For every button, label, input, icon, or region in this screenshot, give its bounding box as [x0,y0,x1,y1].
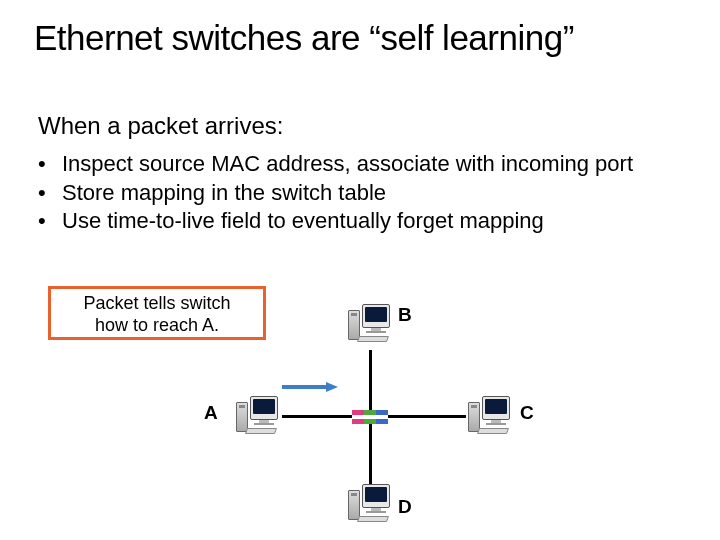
packet-arrow-icon [282,382,340,392]
node-label-a: A [204,402,218,424]
bullet-list: • Inspect source MAC address, associate … [38,150,633,236]
computer-b-icon [348,304,392,344]
network-diagram: A B C D [170,280,590,530]
slide-subtitle: When a packet arrives: [38,112,283,140]
bullet-dot-icon: • [38,207,62,236]
bullet-text: Use time-to-live field to eventually for… [62,207,544,236]
computer-a-icon [236,396,280,436]
node-label-b: B [398,304,412,326]
bullet-dot-icon: • [38,150,62,179]
computer-c-icon [468,396,512,436]
bullet-dot-icon: • [38,179,62,208]
bullet-item: • Store mapping in the switch table [38,179,633,208]
link-up [369,350,372,410]
computer-d-icon [348,484,392,524]
link-down [369,424,372,486]
bullet-text: Inspect source MAC address, associate wi… [62,150,633,179]
switch-hub-icon [352,410,388,424]
bullet-text: Store mapping in the switch table [62,179,386,208]
link-left [282,415,352,418]
link-right [388,415,466,418]
slide: Ethernet switches are “self learning” Wh… [0,0,720,540]
node-label-c: C [520,402,534,424]
slide-title: Ethernet switches are “self learning” [34,18,574,58]
node-label-d: D [398,496,412,518]
bullet-item: • Use time-to-live field to eventually f… [38,207,633,236]
bullet-item: • Inspect source MAC address, associate … [38,150,633,179]
